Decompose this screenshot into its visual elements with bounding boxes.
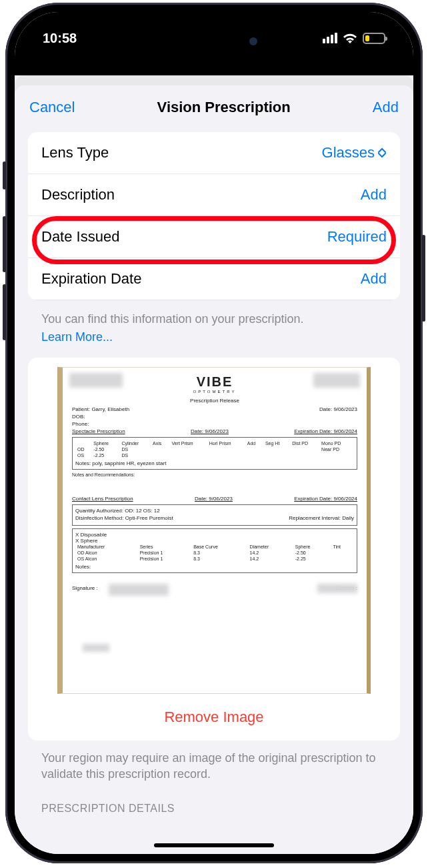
lens-type-row[interactable]: Lens Type Glasses (28, 132, 400, 174)
home-indicator[interactable] (154, 843, 274, 847)
rx-date: 9/06/2023 (333, 406, 357, 412)
expiration-row[interactable]: Expiration Date Add (28, 258, 400, 300)
remove-image-button[interactable]: Remove Image (57, 694, 371, 741)
rx-sig-label: Signature : (72, 585, 98, 591)
prescription-details-header: PRESCRIPTION DETAILS (28, 783, 400, 815)
expiration-value: Add (361, 270, 387, 288)
rx-brand-sub: OPTOMETRY (72, 390, 357, 394)
rx-patient-name: Garry, Elisabeth (91, 406, 129, 412)
rx-cl-date: Date: 9/06/2023 (195, 496, 233, 502)
rx-cl-title: Contact Lens Prescription (72, 496, 133, 502)
learn-more-link[interactable]: Learn More... (28, 329, 400, 354)
rx-date-label: Date: (319, 406, 332, 412)
date-issued-value: Required (327, 228, 387, 246)
rx-dob-label: DOB: (72, 414, 85, 420)
wifi-icon (343, 33, 357, 43)
page-title: Vision Prescription (157, 99, 291, 116)
info-hint: You can find this information on your pr… (28, 300, 400, 329)
cancel-button[interactable]: Cancel (29, 99, 75, 116)
nav-bar: Cancel Vision Prescription Add (15, 85, 413, 124)
rx-spec-date: Date: 9/06/2023 (191, 428, 229, 434)
rx-spectacle-box: SphereCylinderAxisVert PrismHori PrismAd… (72, 437, 357, 470)
description-row[interactable]: Description Add (28, 174, 400, 216)
region-note: Your region may require an image of the … (28, 741, 400, 783)
prescription-fields-card: Lens Type Glasses Description Add (28, 132, 400, 300)
description-label: Description (41, 186, 115, 203)
prescription-image[interactable]: VIBE OPTOMETRY Prescription Release Pati… (57, 367, 371, 694)
date-issued-row[interactable]: Date Issued Required (28, 216, 400, 258)
rx-phone-label: Phone: (72, 421, 89, 427)
cellular-signal-icon (323, 33, 337, 43)
volume-down-button (3, 284, 6, 340)
rx-cl-meta-box: Quantity Authorized: OD: 12 OS: 12 Disin… (72, 504, 357, 526)
date-issued-label: Date Issued (41, 228, 119, 246)
expiration-label: Expiration Date (41, 270, 141, 288)
power-button (422, 235, 425, 322)
modal-sheet: Cancel Vision Prescription Add Lens Type… (15, 85, 413, 854)
rx-spec-exp: Expiration Date: 9/06/2024 (294, 428, 357, 434)
lens-type-value: Glasses (322, 144, 375, 161)
rx-patient-label: Patient: (72, 406, 90, 412)
rx-spec-title: Spectacle Prescription (72, 428, 125, 434)
rx-cl-box: X Disposable X Sphere ManufacturerSeries… (72, 528, 357, 573)
rx-brand: VIBE (72, 374, 357, 390)
volume-up-button (3, 216, 6, 272)
dynamic-island (157, 27, 271, 56)
silence-switch (3, 161, 6, 189)
rx-release-title: Prescription Release (72, 398, 357, 404)
screen: 10:58 Cancel Vision Prescription Add (15, 12, 413, 854)
status-time: 10:58 (43, 31, 77, 46)
battery-icon (363, 33, 385, 44)
updown-chevron-icon (377, 147, 387, 158)
prescription-image-card: VIBE OPTOMETRY Prescription Release Pati… (28, 358, 400, 741)
add-button[interactable]: Add (373, 99, 399, 116)
description-value: Add (361, 186, 387, 203)
iphone-frame: 10:58 Cancel Vision Prescription Add (5, 3, 423, 863)
rx-recs: Notes and Recommendations: (72, 472, 357, 477)
rx-notes: Notes: poly, sapphire HR, eyezen start (75, 460, 354, 466)
rx-cl-exp: Expiration Date: 9/06/2024 (294, 496, 357, 502)
lens-type-label: Lens Type (41, 144, 109, 161)
